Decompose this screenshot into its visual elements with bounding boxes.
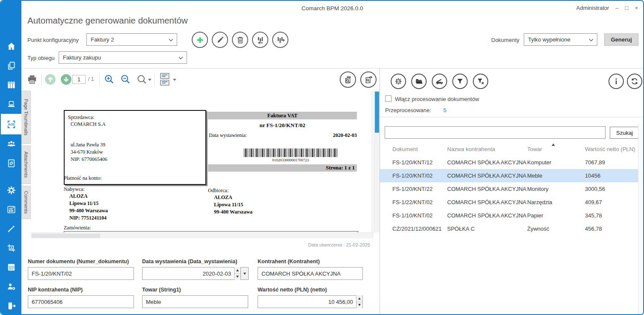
app-window: ACD A Comarch BPM 2026 xyxy=(0,0,644,315)
zoom-in-icon[interactable] xyxy=(104,74,115,85)
zoom-mode-icon[interactable] xyxy=(136,74,148,85)
sidebar-item-home[interactable] xyxy=(1,37,21,56)
column-header-item[interactable]: Towar xyxy=(527,146,542,152)
config-point-select[interactable]: Faktury 2 xyxy=(86,33,177,46)
column-header-contractor[interactable]: Nazwa kontrahenta xyxy=(447,146,495,152)
home-icon xyxy=(6,42,16,51)
tab-attachments[interactable]: Attachments xyxy=(21,146,31,184)
export-configuration-button[interactable] xyxy=(272,32,288,48)
sidebar-item-logout[interactable] xyxy=(1,296,21,315)
scrollbar-thumb[interactable] xyxy=(32,234,100,238)
sidebar-item-documents[interactable] xyxy=(1,56,21,75)
scan-button[interactable] xyxy=(432,74,447,89)
scrollbar-thumb[interactable] xyxy=(375,92,379,133)
search-button[interactable]: Szukaj xyxy=(610,127,639,139)
spin-up-icon[interactable] xyxy=(356,295,362,302)
horizontal-scrollbar[interactable] xyxy=(31,232,374,238)
filter-button[interactable] xyxy=(452,74,468,89)
sidebar: ACD A xyxy=(1,1,21,314)
sidebar-item-users[interactable] xyxy=(1,134,21,154)
panel-scrollbar[interactable] xyxy=(638,124,643,314)
import-configuration-button[interactable] xyxy=(252,32,268,48)
ocr-gear-icon: OCR xyxy=(394,77,403,86)
sidebar-item-settings[interactable] xyxy=(1,181,21,200)
ocr-settings-button[interactable]: OCR xyxy=(391,74,406,89)
enable-processing-checkbox[interactable] xyxy=(385,95,392,102)
close-button[interactable]: × xyxy=(635,5,638,11)
sidebar-item-document-flow[interactable] xyxy=(1,154,21,173)
spin-up-icon[interactable] xyxy=(234,267,240,274)
spin-down-icon[interactable] xyxy=(234,274,240,280)
processed-count[interactable]: 5 xyxy=(443,107,446,113)
table-row[interactable]: FS-1/20/KNT/22COMARCH SPÓŁKA AKCYJNAMoni… xyxy=(380,182,638,196)
delete-button[interactable] xyxy=(232,32,248,48)
date-picker-button[interactable] xyxy=(241,267,249,280)
page-down-icon[interactable] xyxy=(60,74,72,85)
flow-type-select[interactable]: Faktury zakupu xyxy=(59,51,187,64)
print-icon[interactable] xyxy=(27,74,38,85)
vertical-scrollbar[interactable] xyxy=(374,91,380,232)
date-spinner[interactable] xyxy=(234,267,240,280)
document-sync-icon xyxy=(6,158,16,168)
send-document-button[interactable] xyxy=(360,71,377,88)
tab-comments[interactable]: Comments xyxy=(21,186,31,219)
sidebar-item-statistics[interactable] xyxy=(1,200,21,219)
svg-text:OCR: OCR xyxy=(396,80,401,83)
table-row[interactable]: CZ/2021/12/000621SPÓŁKA CŻywność456,78 xyxy=(380,222,638,235)
send-to-verification-button[interactable] xyxy=(340,71,356,88)
spin-down-icon[interactable] xyxy=(356,302,362,309)
page-up-icon[interactable] xyxy=(45,74,56,85)
generate-button[interactable]: Generuj xyxy=(604,33,638,46)
invoice-issue-date-label: Data wystawienia: xyxy=(209,132,247,139)
invoice-number: nr FS-1/20/KNT/02 xyxy=(208,122,357,129)
zoom-out-icon[interactable] xyxy=(120,74,131,85)
table-row[interactable]: FS-1/20/KNT/12COMARCH SPÓŁKA AKCYJNAKomp… xyxy=(380,156,638,169)
sidebar-item-calendar[interactable] xyxy=(1,258,21,277)
page-total: / 1 xyxy=(88,76,94,82)
page-layout-icon[interactable] xyxy=(158,72,171,86)
issue-date-input[interactable] xyxy=(142,267,241,280)
nip-input[interactable] xyxy=(28,295,134,308)
contractor-input[interactable] xyxy=(258,267,363,280)
sidebar-item-archive[interactable] xyxy=(1,75,21,95)
refresh-button[interactable] xyxy=(627,74,642,89)
table-row-selected[interactable]: FS-1/20/KNT/02COMARCH SPÓŁKA AKCYJNAMebl… xyxy=(380,169,638,182)
minimize-button[interactable]: – xyxy=(615,5,618,11)
sidebar-item-ocr-area[interactable]: A xyxy=(1,238,21,258)
info-button[interactable] xyxy=(608,74,624,89)
document-page[interactable]: Sprzedawca: COMARCH S.A ul.Jana Pawła 39… xyxy=(31,91,380,238)
sidebar-item-acd[interactable]: ACD xyxy=(1,114,21,134)
open-folder-button[interactable] xyxy=(411,74,427,89)
invoice-buyer-label: Nabywca: xyxy=(64,186,85,193)
invoice-recipient-city: 99-400 Warszawa xyxy=(214,209,252,215)
document-viewer: / 1 Page Thumbnails Attachments Comments… xyxy=(21,68,380,314)
invoice-recipient-name: ALOZA xyxy=(214,194,232,201)
invoice-seller-box: Sprzedawca: COMARCH S.A ul.Jana Pawła 39… xyxy=(64,110,206,185)
documents-filter-select[interactable]: Tylko wypełnione xyxy=(524,33,597,46)
tab-page-thumbnails[interactable]: Page Thumbnails xyxy=(21,91,31,144)
sidebar-item-wizard[interactable] xyxy=(1,219,21,238)
maximize-button[interactable]: □ xyxy=(625,5,629,11)
acd-icon: ACD xyxy=(4,117,18,131)
folder-icon xyxy=(415,77,423,86)
item-input[interactable] xyxy=(142,295,248,308)
add-button[interactable] xyxy=(192,32,208,48)
zoom-mode-caret-icon[interactable] xyxy=(148,79,151,81)
edit-button[interactable] xyxy=(212,32,228,48)
plus-icon xyxy=(196,36,205,45)
invoice-buyer-nip: NIP: 7751241104 xyxy=(69,215,107,221)
net-value-input[interactable] xyxy=(258,295,363,308)
page-number-input[interactable] xyxy=(72,75,86,84)
doc-number-input[interactable] xyxy=(28,267,134,280)
net-value-spinner[interactable] xyxy=(356,295,362,308)
trash-icon xyxy=(236,36,245,45)
table-row[interactable]: FS-1/22/KNT/02COMARCH SPÓŁKA AKCYJNANarz… xyxy=(380,196,638,209)
page-layout-caret-icon[interactable] xyxy=(173,79,176,81)
sidebar-item-user-settings[interactable] xyxy=(1,277,21,296)
column-header-net-value[interactable]: Wartość netto (PLN) xyxy=(585,146,635,152)
clear-filter-button[interactable] xyxy=(473,74,488,89)
column-header-document[interactable]: Dokument xyxy=(392,146,418,152)
sidebar-item-workstation[interactable] xyxy=(1,95,21,114)
table-row[interactable]: FS-1/10/KNT/02COMARCH SPÓŁKA AKCYJNAPapi… xyxy=(380,209,638,222)
search-input[interactable] xyxy=(385,126,605,139)
